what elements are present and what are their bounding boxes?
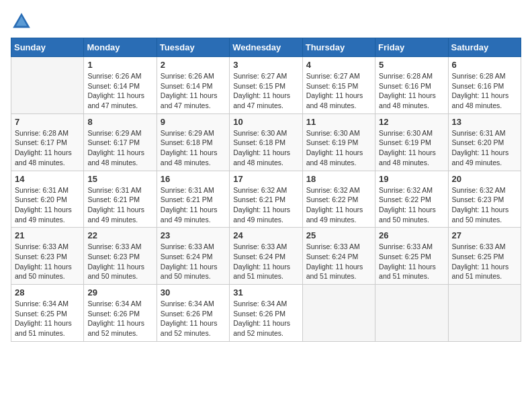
day-info: Sunrise: 6:27 AMSunset: 6:15 PMDaylight:… [306, 71, 371, 111]
day-info: Sunrise: 6:28 AMSunset: 6:16 PMDaylight:… [379, 71, 444, 111]
day-info: Sunrise: 6:34 AMSunset: 6:25 PMDaylight:… [15, 299, 80, 338]
calendar-cell: 15Sunrise: 6:31 AMSunset: 6:21 PMDayligh… [84, 171, 157, 228]
day-info: Sunrise: 6:33 AMSunset: 6:24 PMDaylight:… [161, 242, 226, 281]
logo-icon [11, 11, 32, 32]
calendar-cell: 29Sunrise: 6:34 AMSunset: 6:26 PMDayligh… [84, 285, 157, 342]
day-number: 7 [15, 117, 80, 127]
day-number: 14 [15, 174, 80, 184]
day-info: Sunrise: 6:32 AMSunset: 6:21 PMDaylight:… [233, 185, 298, 225]
day-info: Sunrise: 6:31 AMSunset: 6:20 PMDaylight:… [452, 128, 517, 168]
calendar-cell: 1Sunrise: 6:26 AMSunset: 6:14 PMDaylight… [84, 57, 157, 114]
calendar-cell: 12Sunrise: 6:30 AMSunset: 6:19 PMDayligh… [375, 113, 448, 171]
day-info: Sunrise: 6:32 AMSunset: 6:22 PMDaylight:… [379, 185, 444, 225]
day-info: Sunrise: 6:31 AMSunset: 6:21 PMDaylight:… [87, 185, 152, 225]
day-info: Sunrise: 6:28 AMSunset: 6:17 PMDaylight:… [15, 128, 80, 168]
day-number: 22 [87, 230, 152, 240]
calendar-week-4: 21Sunrise: 6:33 AMSunset: 6:23 PMDayligh… [11, 228, 521, 285]
day-info: Sunrise: 6:34 AMSunset: 6:26 PMDaylight:… [233, 299, 298, 338]
calendar-body: 1Sunrise: 6:26 AMSunset: 6:14 PMDaylight… [11, 57, 521, 342]
weekday-header-monday: Monday [84, 38, 157, 57]
calendar-cell [448, 285, 521, 342]
day-info: Sunrise: 6:30 AMSunset: 6:19 PMDaylight:… [306, 128, 371, 168]
day-info: Sunrise: 6:31 AMSunset: 6:20 PMDaylight:… [15, 185, 80, 225]
calendar-cell: 19Sunrise: 6:32 AMSunset: 6:22 PMDayligh… [375, 171, 448, 228]
weekday-header-wednesday: Wednesday [230, 38, 302, 57]
calendar-cell: 16Sunrise: 6:31 AMSunset: 6:21 PMDayligh… [157, 171, 229, 228]
weekday-header-sunday: Sunday [11, 38, 84, 57]
weekday-header-tuesday: Tuesday [157, 38, 229, 57]
day-number: 18 [306, 174, 371, 184]
calendar-cell: 18Sunrise: 6:32 AMSunset: 6:22 PMDayligh… [302, 171, 375, 228]
calendar-cell: 24Sunrise: 6:33 AMSunset: 6:24 PMDayligh… [230, 228, 302, 285]
calendar-cell: 10Sunrise: 6:30 AMSunset: 6:18 PMDayligh… [230, 113, 302, 171]
day-info: Sunrise: 6:33 AMSunset: 6:24 PMDaylight:… [306, 242, 371, 281]
calendar-cell: 2Sunrise: 6:26 AMSunset: 6:14 PMDaylight… [157, 57, 229, 114]
day-info: Sunrise: 6:29 AMSunset: 6:17 PMDaylight:… [87, 128, 152, 168]
calendar-cell: 6Sunrise: 6:28 AMSunset: 6:16 PMDaylight… [448, 57, 521, 114]
day-info: Sunrise: 6:34 AMSunset: 6:26 PMDaylight:… [87, 299, 152, 338]
calendar-cell [375, 285, 448, 342]
day-number: 23 [161, 230, 226, 240]
calendar-cell: 13Sunrise: 6:31 AMSunset: 6:20 PMDayligh… [448, 113, 521, 171]
calendar-week-5: 28Sunrise: 6:34 AMSunset: 6:25 PMDayligh… [11, 285, 521, 342]
calendar-cell: 20Sunrise: 6:32 AMSunset: 6:23 PMDayligh… [448, 171, 521, 228]
calendar-cell: 26Sunrise: 6:33 AMSunset: 6:25 PMDayligh… [375, 228, 448, 285]
day-info: Sunrise: 6:27 AMSunset: 6:15 PMDaylight:… [233, 71, 298, 111]
day-info: Sunrise: 6:28 AMSunset: 6:16 PMDaylight:… [452, 71, 517, 111]
weekday-row: SundayMondayTuesdayWednesdayThursdayFrid… [11, 38, 521, 57]
calendar-cell: 3Sunrise: 6:27 AMSunset: 6:15 PMDaylight… [230, 57, 302, 114]
day-info: Sunrise: 6:26 AMSunset: 6:14 PMDaylight:… [87, 71, 152, 111]
calendar-cell: 31Sunrise: 6:34 AMSunset: 6:26 PMDayligh… [230, 285, 302, 342]
calendar-cell: 27Sunrise: 6:33 AMSunset: 6:25 PMDayligh… [448, 228, 521, 285]
day-number: 19 [379, 174, 444, 184]
calendar-week-1: 1Sunrise: 6:26 AMSunset: 6:14 PMDaylight… [11, 57, 521, 114]
weekday-header-saturday: Saturday [448, 38, 521, 57]
day-info: Sunrise: 6:29 AMSunset: 6:18 PMDaylight:… [161, 128, 226, 168]
calendar-cell: 30Sunrise: 6:34 AMSunset: 6:26 PMDayligh… [157, 285, 229, 342]
day-number: 26 [379, 230, 444, 240]
day-number: 11 [306, 117, 371, 127]
day-number: 29 [87, 287, 152, 298]
day-info: Sunrise: 6:34 AMSunset: 6:26 PMDaylight:… [161, 299, 226, 338]
day-number: 28 [15, 287, 80, 298]
calendar-cell: 11Sunrise: 6:30 AMSunset: 6:19 PMDayligh… [302, 113, 375, 171]
day-number: 16 [161, 174, 226, 184]
day-number: 2 [161, 60, 226, 70]
calendar-week-3: 14Sunrise: 6:31 AMSunset: 6:20 PMDayligh… [11, 171, 521, 228]
day-number: 21 [15, 230, 80, 240]
calendar-cell: 14Sunrise: 6:31 AMSunset: 6:20 PMDayligh… [11, 171, 84, 228]
calendar-cell: 23Sunrise: 6:33 AMSunset: 6:24 PMDayligh… [157, 228, 229, 285]
calendar-cell: 4Sunrise: 6:27 AMSunset: 6:15 PMDaylight… [302, 57, 375, 114]
calendar-week-2: 7Sunrise: 6:28 AMSunset: 6:17 PMDaylight… [11, 113, 521, 171]
day-number: 27 [452, 230, 517, 240]
day-number: 13 [452, 117, 517, 127]
calendar-cell: 8Sunrise: 6:29 AMSunset: 6:17 PMDaylight… [84, 113, 157, 171]
day-info: Sunrise: 6:32 AMSunset: 6:23 PMDaylight:… [452, 185, 517, 225]
day-info: Sunrise: 6:33 AMSunset: 6:23 PMDaylight:… [87, 242, 152, 281]
day-number: 6 [452, 60, 517, 70]
day-number: 24 [233, 230, 298, 240]
day-number: 15 [87, 174, 152, 184]
day-number: 5 [379, 60, 444, 70]
calendar-cell: 5Sunrise: 6:28 AMSunset: 6:16 PMDaylight… [375, 57, 448, 114]
day-info: Sunrise: 6:30 AMSunset: 6:18 PMDaylight:… [233, 128, 298, 168]
page-header [11, 11, 521, 32]
calendar-cell: 17Sunrise: 6:32 AMSunset: 6:21 PMDayligh… [230, 171, 302, 228]
calendar-header: SundayMondayTuesdayWednesdayThursdayFrid… [11, 38, 521, 57]
day-number: 1 [87, 60, 152, 70]
day-number: 4 [306, 60, 371, 70]
day-number: 30 [161, 287, 226, 298]
calendar-cell: 28Sunrise: 6:34 AMSunset: 6:25 PMDayligh… [11, 285, 84, 342]
day-number: 8 [87, 117, 152, 127]
day-number: 31 [233, 287, 298, 298]
calendar-cell [11, 57, 84, 114]
day-info: Sunrise: 6:33 AMSunset: 6:25 PMDaylight:… [452, 242, 517, 281]
day-info: Sunrise: 6:30 AMSunset: 6:19 PMDaylight:… [379, 128, 444, 168]
day-info: Sunrise: 6:26 AMSunset: 6:14 PMDaylight:… [161, 71, 226, 111]
day-info: Sunrise: 6:33 AMSunset: 6:24 PMDaylight:… [233, 242, 298, 281]
calendar-cell [302, 285, 375, 342]
calendar-cell: 7Sunrise: 6:28 AMSunset: 6:17 PMDaylight… [11, 113, 84, 171]
day-number: 12 [379, 117, 444, 127]
day-info: Sunrise: 6:31 AMSunset: 6:21 PMDaylight:… [161, 185, 226, 225]
calendar-cell: 22Sunrise: 6:33 AMSunset: 6:23 PMDayligh… [84, 228, 157, 285]
